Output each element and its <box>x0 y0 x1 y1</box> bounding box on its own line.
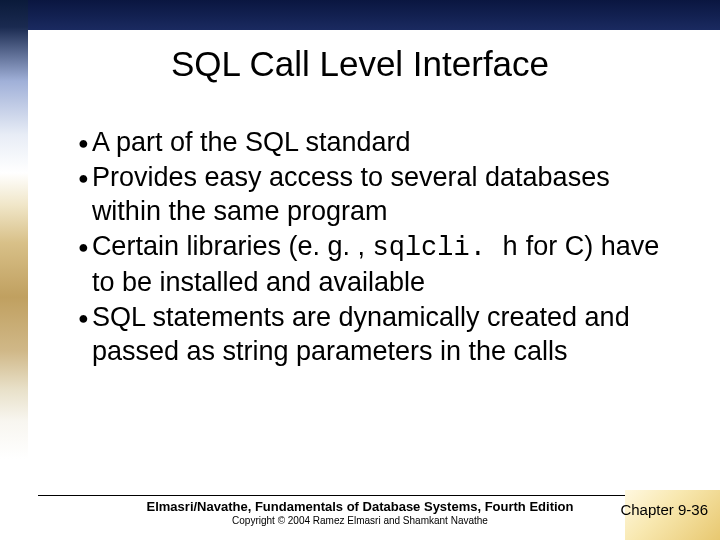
list-item: ● Provides easy access to several databa… <box>78 161 660 228</box>
bullet-icon: ● <box>78 307 89 329</box>
list-item: ● Certain libraries (e. g. , sqlcli. h f… <box>78 230 660 299</box>
footer-sub-text: Copyright © 2004 Ramez Elmasri and Shamk… <box>0 515 720 526</box>
footer-divider <box>38 495 625 496</box>
slide-title: SQL Call Level Interface <box>0 44 720 84</box>
chapter-label: Chapter 9-36 <box>620 501 708 518</box>
list-item: ● A part of the SQL standard <box>78 126 660 159</box>
footer-main-text: Elmasri/Navathe, Fundamentals of Databas… <box>0 499 720 514</box>
slide-content: ● A part of the SQL standard ● Provides … <box>78 126 660 370</box>
bullet-text: Certain libraries (e. g. , sqlcli. h for… <box>92 230 660 299</box>
bullet-icon: ● <box>78 132 89 154</box>
slide-footer: Elmasri/Navathe, Fundamentals of Databas… <box>0 499 720 526</box>
bullet-icon: ● <box>78 167 89 189</box>
bullet-text: SQL statements are dynamically created a… <box>92 301 660 368</box>
list-item: ● SQL statements are dynamically created… <box>78 301 660 368</box>
bullet-icon: ● <box>78 236 89 258</box>
bullet-text-code: sqlcli. h <box>372 233 518 263</box>
bullet-text: A part of the SQL standard <box>92 126 660 159</box>
bullet-text: Provides easy access to several database… <box>92 161 660 228</box>
bullet-text-pre: Certain libraries (e. g. , <box>92 231 373 261</box>
top-bar-decoration <box>0 0 720 30</box>
slide: SQL Call Level Interface ● A part of the… <box>0 0 720 540</box>
